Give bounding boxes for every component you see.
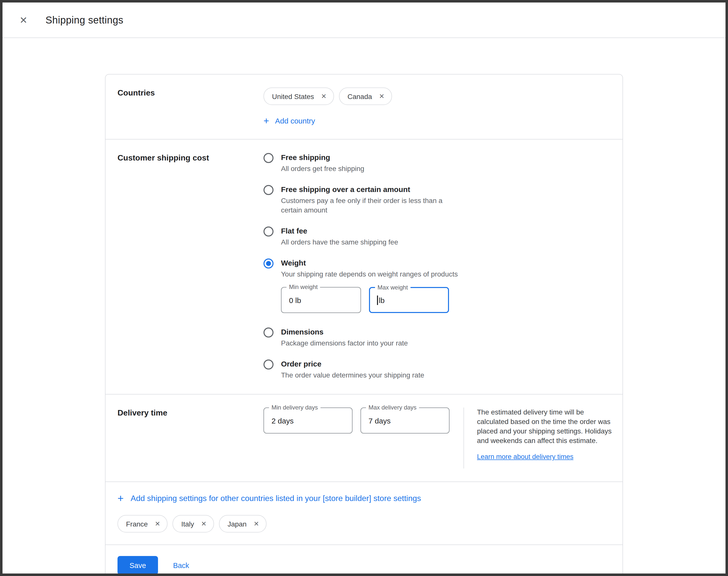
option-title: Dimensions <box>281 327 408 337</box>
other-countries-section: + Add shipping settings for other countr… <box>106 482 622 545</box>
radio-unselected-icon[interactable] <box>263 185 273 195</box>
option-flat-fee[interactable]: Flat fee All orders have the same shippi… <box>263 226 461 247</box>
option-title: Free shipping <box>281 152 364 163</box>
country-chip-italy[interactable]: Italy ✕ <box>173 515 214 532</box>
option-title: Free shipping over a certain amount <box>281 184 461 195</box>
max-delivery-days-field[interactable]: Max delivery days 7 days <box>360 407 449 433</box>
add-other-countries-button[interactable]: + Add shipping settings for other countr… <box>117 493 421 503</box>
min-delivery-days-value: 2 days <box>271 416 293 425</box>
option-description: All orders get free shipping <box>281 164 364 173</box>
max-delivery-days-label: Max delivery days <box>366 404 419 411</box>
chip-label: Italy <box>181 520 194 528</box>
shipping-cost-options: Free shipping All orders get free shippi… <box>263 152 461 381</box>
other-country-chip-row: France ✕ Italy ✕ Japan ✕ <box>117 515 611 532</box>
delivery-note-panel: The estimated delivery time will be calc… <box>464 407 613 468</box>
country-chip-japan[interactable]: Japan ✕ <box>219 515 266 532</box>
option-title: Flat fee <box>281 226 398 236</box>
min-weight-field-label: Min weight <box>287 284 320 291</box>
country-chip-united-states[interactable]: United States ✕ <box>263 87 334 105</box>
country-chip-france[interactable]: France ✕ <box>117 515 168 532</box>
radio-selected-icon[interactable] <box>263 259 273 268</box>
radio-unselected-icon[interactable] <box>263 359 273 370</box>
option-weight[interactable]: Weight Your shipping rate depends on wei… <box>263 258 461 316</box>
settings-card: Countries United States ✕ Canada ✕ + Add… <box>105 74 623 576</box>
dialog-header: ✕ Shipping settings <box>2 2 726 38</box>
delivery-note-text: The estimated delivery time will be calc… <box>477 407 613 445</box>
min-delivery-days-label: Min delivery days <box>269 404 320 411</box>
max-delivery-days-value: 7 days <box>369 416 390 425</box>
option-free-shipping[interactable]: Free shipping All orders get free shippi… <box>263 152 461 173</box>
option-description: Package dimensions factor into your rate <box>281 339 408 348</box>
max-weight-value: lb <box>379 296 384 304</box>
dialog-footer: Save Back <box>106 545 622 576</box>
option-order-price[interactable]: Order price The order value determines y… <box>263 359 461 380</box>
page-title: Shipping settings <box>46 14 123 26</box>
min-weight-field[interactable]: Min weight 0 lb <box>281 287 361 313</box>
shipping-cost-label: Customer shipping cost <box>117 152 263 381</box>
delivery-fields-row: Min delivery days 2 days Max delivery da… <box>263 407 449 433</box>
max-weight-field-label: Max weight <box>375 284 410 291</box>
weight-fields-row: Min weight 0 lb Max weight lb <box>281 287 458 313</box>
add-country-label: Add country <box>275 116 315 125</box>
remove-country-icon[interactable]: ✕ <box>254 520 259 527</box>
option-free-shipping-over-amount[interactable]: Free shipping over a certain amount Cust… <box>263 184 461 215</box>
option-description: Your shipping rate depends on weight ran… <box>281 269 458 279</box>
back-button[interactable]: Back <box>173 561 189 569</box>
min-weight-value: 0 lb <box>289 296 301 304</box>
delivery-time-content: Min delivery days 2 days Max delivery da… <box>263 407 613 468</box>
option-description: All orders have the same shipping fee <box>281 237 398 247</box>
countries-content: United States ✕ Canada ✕ + Add country <box>263 87 392 126</box>
radio-unselected-icon[interactable] <box>263 153 273 163</box>
save-button[interactable]: Save <box>117 556 158 575</box>
delivery-time-label: Delivery time <box>117 407 263 468</box>
remove-country-icon[interactable]: ✕ <box>201 520 206 527</box>
option-description: The order value determines your shipping… <box>281 371 424 380</box>
chip-label: Canada <box>348 92 372 100</box>
chip-label: Japan <box>228 520 246 528</box>
shipping-cost-section: Customer shipping cost Free shipping All… <box>106 140 622 394</box>
radio-unselected-icon[interactable] <box>263 227 273 236</box>
option-dimensions[interactable]: Dimensions Package dimensions factor int… <box>263 327 461 348</box>
option-description: Customers pay a fee only if their order … <box>281 196 461 215</box>
close-icon[interactable]: ✕ <box>18 14 29 26</box>
plus-icon: + <box>263 116 269 125</box>
chip-label: United States <box>272 92 314 100</box>
remove-country-icon[interactable]: ✕ <box>321 92 326 100</box>
shipping-settings-dialog: ✕ Shipping settings Countries United Sta… <box>0 0 728 576</box>
countries-section: Countries United States ✕ Canada ✕ + Add… <box>106 75 622 139</box>
add-other-countries-label: Add shipping settings for other countrie… <box>131 494 421 503</box>
plus-icon: + <box>117 493 124 503</box>
option-title: Order price <box>281 359 424 369</box>
min-delivery-days-field[interactable]: Min delivery days 2 days <box>263 407 352 433</box>
add-country-button[interactable]: + Add country <box>263 116 315 125</box>
delivery-time-section: Delivery time Min delivery days 2 days M… <box>106 395 622 482</box>
radio-unselected-icon[interactable] <box>263 327 273 338</box>
remove-country-icon[interactable]: ✕ <box>379 92 384 100</box>
chip-label: France <box>126 520 148 528</box>
country-chip-canada[interactable]: Canada ✕ <box>339 87 392 105</box>
country-chip-row: United States ✕ Canada ✕ <box>263 87 392 105</box>
max-weight-field[interactable]: Max weight lb <box>369 287 449 313</box>
option-title: Weight <box>281 258 458 268</box>
text-cursor <box>377 295 378 305</box>
delivery-times-link[interactable]: Learn more about delivery times <box>477 453 574 461</box>
remove-country-icon[interactable]: ✕ <box>155 520 160 527</box>
countries-label: Countries <box>117 87 263 126</box>
